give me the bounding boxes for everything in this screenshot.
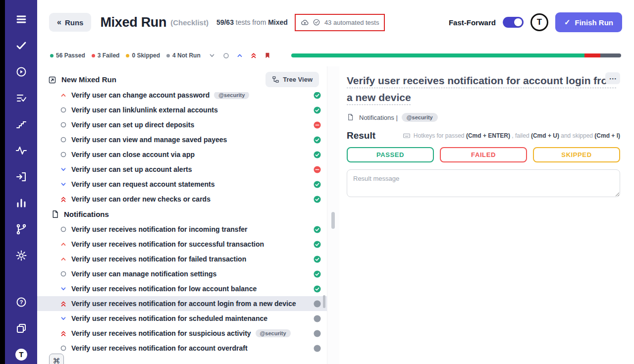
page-scrollbar-thumb[interactable] xyxy=(331,212,335,229)
bookmark-icon[interactable] xyxy=(264,52,271,59)
double-chevron-up-filter-icon[interactable] xyxy=(250,52,258,59)
status-icon xyxy=(314,270,321,278)
test-row[interactable]: Verify user receives notification for ac… xyxy=(37,296,327,311)
page-subtitle: (Checklist) xyxy=(170,18,209,27)
stat-label: 3 Failed xyxy=(98,52,120,59)
priority-icon xyxy=(60,300,67,307)
test-title: Verify user receives notification for su… xyxy=(71,240,264,248)
priority-icon xyxy=(60,226,67,233)
command-shortcut-button[interactable]: ⌘ xyxy=(49,354,64,364)
activity-icon[interactable] xyxy=(15,144,28,157)
status-dot xyxy=(50,54,53,57)
steps-icon[interactable] xyxy=(15,118,28,131)
result-buttons: PASSEDFAILEDSKIPPED xyxy=(347,147,620,162)
test-title: Verify user receives notification for in… xyxy=(71,225,248,233)
test-row[interactable]: Verify user receives notification for lo… xyxy=(37,281,327,296)
finish-run-button[interactable]: ✓ Finish Run xyxy=(555,12,622,32)
mark-passed-button[interactable]: PASSED xyxy=(347,147,434,162)
chevron-down-filter-icon[interactable] xyxy=(209,52,216,59)
mark-failed-button[interactable]: FAILED xyxy=(440,147,527,162)
branch-icon[interactable] xyxy=(15,223,28,236)
file-icon xyxy=(347,113,355,122)
app-window: ?T « Runs Mixed Run (Checklist) 59/63 te… xyxy=(0,0,634,364)
fast-forward-label: Fast-Forward xyxy=(449,18,496,27)
test-row[interactable]: Verify user receives notification for fa… xyxy=(37,252,327,266)
test-title: Verify user receives notification for fa… xyxy=(71,255,246,263)
help-icon[interactable]: ? xyxy=(15,296,28,309)
priority-icon xyxy=(60,136,67,143)
test-row[interactable]: Verify user receives notification for in… xyxy=(37,222,327,237)
list-scrollbar-thumb[interactable] xyxy=(323,295,325,308)
tag-badge[interactable]: @security xyxy=(402,113,438,122)
stat-label: 4 Not Run xyxy=(172,52,201,59)
result-message-input[interactable] xyxy=(347,169,620,197)
mark-skipped-button[interactable]: SKIPPED xyxy=(533,147,620,162)
page-scrollbar xyxy=(327,66,339,364)
suite-title: Notifications xyxy=(64,210,109,218)
test-title: Verify user can close account via app xyxy=(71,151,195,158)
status-dot xyxy=(126,54,129,57)
run-stat[interactable]: 3 Failed xyxy=(92,52,120,59)
test-row[interactable]: Verify user can link/unlink external acc… xyxy=(37,103,327,117)
menu-icon[interactable] xyxy=(15,13,28,26)
test-row[interactable]: Verify user can manage notification sett… xyxy=(37,266,327,281)
test-row[interactable]: Verify user can request account statemen… xyxy=(37,177,327,192)
priority-icon xyxy=(60,270,67,277)
test-title: Verify user can manage notification sett… xyxy=(71,270,216,278)
check-icon[interactable] xyxy=(15,39,28,52)
tree-view-button[interactable]: Tree View xyxy=(265,72,319,87)
test-row[interactable]: Verify user receives notification for su… xyxy=(37,326,327,341)
test-row[interactable]: Verify user receives notification for sc… xyxy=(37,311,327,326)
test-row[interactable]: Verify user receives notification for su… xyxy=(37,237,327,252)
test-row[interactable]: Verify user can set up direct deposits xyxy=(37,117,327,132)
tests-count-value: 59/63 xyxy=(216,18,234,26)
test-detail-title[interactable]: Verify user receives notification for ac… xyxy=(347,72,617,106)
status-icon xyxy=(314,121,321,129)
test-detail-panel: ⋯ Verify user receives notification for … xyxy=(339,66,634,364)
test-row[interactable]: Verify user can close account via app xyxy=(37,147,327,162)
status-icon xyxy=(314,136,321,144)
priority-icon xyxy=(60,121,67,128)
copy-icon[interactable] xyxy=(15,322,28,335)
logo-icon[interactable]: T xyxy=(15,348,28,361)
status-icon xyxy=(314,226,321,233)
status-bar: 56 Passed3 Failed0 Skipped4 Not Run xyxy=(37,45,634,66)
test-row[interactable]: Verify user can change account password … xyxy=(37,92,327,103)
play-circle-icon[interactable] xyxy=(15,65,28,78)
test-row[interactable]: Verify user can order new checks or card… xyxy=(37,192,327,207)
test-row[interactable]: Verify user can view and manage saved pa… xyxy=(37,132,327,147)
sidebar-edge xyxy=(0,0,5,364)
testomat-logo[interactable]: T xyxy=(530,13,548,31)
status-icon xyxy=(314,285,321,293)
gear-icon[interactable] xyxy=(15,249,28,262)
status-dot xyxy=(92,54,95,57)
tree-view-label: Tree View xyxy=(283,76,313,83)
toggle-knob xyxy=(514,18,522,26)
sidebar-top-icons xyxy=(15,13,28,262)
run-title: New Mixed Run xyxy=(61,75,116,84)
test-title: Verify user can link/unlink external acc… xyxy=(71,106,218,114)
tests-count-source: Mixed xyxy=(268,18,288,26)
chevron-up-filter-icon[interactable] xyxy=(236,52,244,59)
run-stat[interactable]: 4 Not Run xyxy=(166,52,201,59)
breadcrumb-suite[interactable]: Notifications | xyxy=(359,114,398,121)
sign-in-icon[interactable] xyxy=(15,170,28,183)
test-row[interactable]: Verify user can set up account alerts xyxy=(37,162,327,177)
bar-chart-icon[interactable] xyxy=(15,197,28,209)
test-row[interactable]: Verify user receives notification for ac… xyxy=(37,341,327,356)
sidebar: ?T xyxy=(0,0,37,364)
run-stat[interactable]: 56 Passed xyxy=(50,52,85,59)
run-stat[interactable]: 0 Skipped xyxy=(126,52,160,59)
status-icon xyxy=(314,345,321,352)
run-list-icon[interactable] xyxy=(15,92,28,104)
more-options-button[interactable]: ⋯ xyxy=(605,72,620,84)
test-title: Verify user receives notification for ac… xyxy=(71,300,296,308)
test-title: Verify user can order new checks or card… xyxy=(71,195,211,203)
fast-forward-toggle[interactable] xyxy=(503,17,524,28)
priority-icon xyxy=(60,315,67,322)
runs-back-button[interactable]: « Runs xyxy=(49,13,91,32)
suite-row[interactable]: Notifications xyxy=(37,207,327,222)
circle-filter-icon[interactable] xyxy=(222,52,230,59)
test-list-panel: New Mixed Run Tree View Verify user can … xyxy=(37,66,327,364)
sidebar-bottom-icons: ?T xyxy=(15,296,28,361)
